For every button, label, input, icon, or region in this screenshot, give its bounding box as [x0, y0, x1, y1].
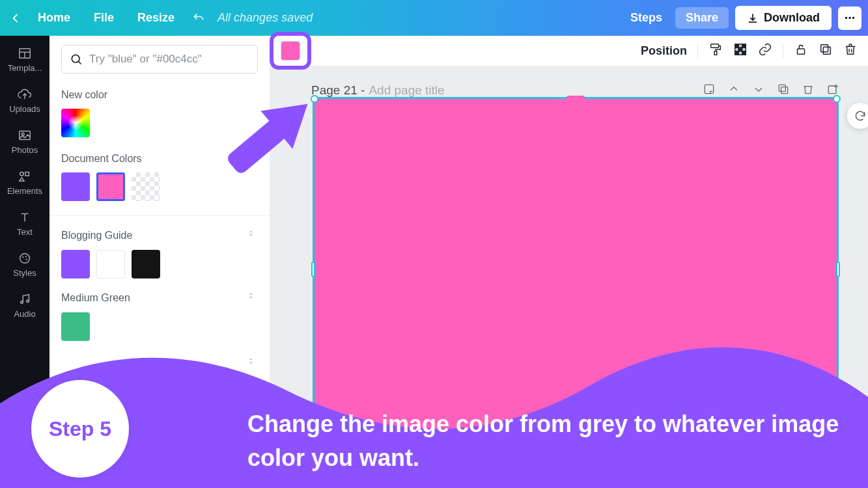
doc-color-pink[interactable] — [96, 172, 125, 201]
expand-icon-3[interactable] — [247, 357, 258, 370]
roller-icon[interactable] — [708, 42, 723, 59]
save-status: All changes saved — [217, 11, 313, 25]
svg-rect-38 — [798, 49, 805, 54]
delete-icon[interactable] — [843, 42, 858, 59]
page-down-icon[interactable] — [752, 83, 765, 98]
svg-rect-28 — [714, 51, 717, 55]
nav-text[interactable]: Text — [0, 204, 49, 245]
svg-point-17 — [72, 55, 79, 62]
color-search-input[interactable] — [89, 53, 249, 66]
svg-point-6 — [20, 172, 24, 176]
file-menu[interactable]: File — [83, 6, 124, 30]
tutorial-arrow-icon — [199, 81, 329, 185]
nav-elements[interactable]: Elements — [0, 163, 49, 204]
svg-rect-30 — [738, 44, 742, 48]
color-search[interactable] — [61, 45, 258, 74]
svg-rect-44 — [781, 87, 788, 94]
page-up-icon[interactable] — [727, 83, 740, 98]
page-delete-icon[interactable] — [802, 83, 815, 98]
position-button[interactable]: Position — [641, 44, 687, 58]
canvas-region[interactable]: Page 21 - Add page title — [270, 66, 868, 488]
resize-handle-tr[interactable] — [833, 95, 841, 103]
svg-rect-46 — [828, 86, 836, 94]
svg-marker-21 — [249, 293, 253, 295]
svg-point-16 — [27, 300, 29, 303]
canvas-area: Position Page 21 - Add page title — [270, 36, 868, 488]
steps-button[interactable]: Steps — [624, 7, 669, 29]
medium-green-heading: Medium Green — [61, 292, 130, 304]
color-panel: New color Document Colors Blogging Guide… — [49, 36, 270, 488]
duplicate-icon[interactable] — [819, 42, 833, 59]
svg-rect-45 — [779, 85, 785, 91]
svg-rect-40 — [821, 45, 828, 52]
svg-marker-23 — [249, 358, 253, 360]
undo-icon[interactable] — [188, 7, 210, 29]
svg-rect-7 — [25, 172, 29, 176]
svg-rect-36 — [738, 51, 742, 55]
svg-point-14 — [26, 259, 27, 260]
svg-line-18 — [78, 61, 81, 64]
svg-point-11 — [20, 254, 30, 264]
left-nav-rail: Templa... Uploads Photos Elements Text S… — [0, 36, 49, 488]
page-title-placeholder[interactable]: Add page title — [369, 83, 444, 98]
page-notes-icon[interactable] — [703, 83, 716, 98]
svg-marker-20 — [249, 234, 253, 236]
nav-templates-label: Templa... — [8, 63, 42, 73]
resize-handle-ml[interactable] — [311, 262, 315, 277]
svg-marker-19 — [249, 230, 253, 232]
top-menu-bar: Home File Resize All changes saved Steps… — [0, 0, 868, 36]
svg-rect-31 — [742, 44, 746, 48]
resize-handle-tc[interactable] — [567, 96, 585, 100]
home-menu[interactable]: Home — [27, 6, 81, 30]
back-icon[interactable] — [7, 9, 25, 27]
svg-point-12 — [22, 256, 23, 258]
svg-rect-29 — [735, 44, 739, 48]
nav-styles-label: Styles — [13, 268, 36, 278]
nav-photos[interactable]: Photos — [0, 122, 49, 163]
svg-point-15 — [21, 301, 23, 304]
resize-handle-mr[interactable] — [836, 262, 840, 277]
expand-icon-2[interactable] — [247, 291, 258, 305]
page-duplicate-icon[interactable] — [777, 83, 790, 98]
refresh-fab[interactable] — [847, 103, 868, 129]
new-color-picker[interactable] — [61, 109, 90, 137]
lock-icon[interactable] — [794, 42, 808, 59]
svg-marker-24 — [249, 362, 253, 364]
nav-styles[interactable]: Styles — [0, 245, 49, 286]
svg-rect-37 — [742, 51, 746, 55]
more-menu-button[interactable]: ··· — [838, 7, 861, 30]
svg-rect-33 — [738, 47, 742, 51]
nav-uploads-label: Uploads — [9, 104, 40, 114]
svg-rect-43 — [705, 85, 713, 93]
doc-color-purple[interactable] — [61, 172, 90, 201]
guide-color-white[interactable] — [96, 250, 125, 278]
svg-rect-27 — [711, 44, 719, 48]
svg-rect-39 — [823, 47, 830, 54]
current-color-chip[interactable] — [270, 32, 311, 70]
download-label: Download — [764, 11, 820, 25]
nav-templates[interactable]: Templa... — [0, 40, 49, 81]
design-page[interactable] — [313, 97, 839, 442]
svg-point-5 — [21, 133, 24, 135]
nav-photos-label: Photos — [12, 145, 38, 155]
doc-color-transparent[interactable] — [132, 172, 160, 201]
nav-audio[interactable]: Audio — [0, 286, 49, 327]
medium-green-swatch[interactable] — [61, 312, 90, 341]
expand-icon[interactable] — [247, 229, 258, 242]
guide-color-purple[interactable] — [61, 250, 90, 278]
link-icon[interactable] — [758, 42, 772, 59]
guide-color-black[interactable] — [132, 250, 160, 278]
download-button[interactable]: Download — [735, 6, 832, 30]
transparency-icon[interactable] — [733, 42, 748, 59]
resize-menu[interactable]: Resize — [127, 6, 185, 30]
svg-marker-22 — [249, 297, 253, 299]
svg-marker-8 — [20, 178, 24, 182]
nav-uploads[interactable]: Uploads — [0, 81, 49, 122]
svg-point-13 — [25, 256, 27, 257]
nav-elements-label: Elements — [7, 186, 42, 196]
share-button[interactable]: Share — [675, 7, 729, 29]
svg-rect-32 — [735, 47, 739, 51]
nav-audio-label: Audio — [14, 309, 35, 319]
svg-rect-34 — [742, 47, 746, 51]
editor-toolbar: Position — [270, 36, 868, 66]
